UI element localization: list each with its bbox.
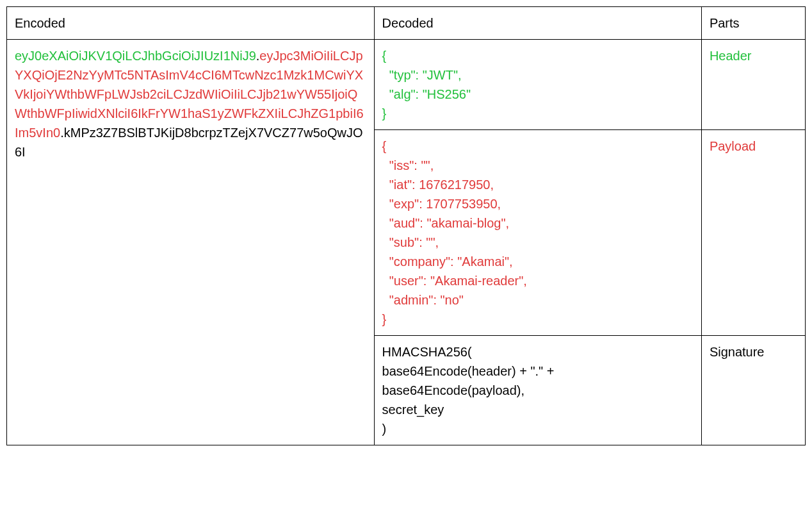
cell-encoded: eyJ0eXAiOiJKV1QiLCJhbGciOiJIUzI1NiJ9.eyJ… xyxy=(7,40,375,445)
encoded-signature: kMPz3Z7BSlBTJKijD8bcrpzTZejX7VCZ77w5oQwJ… xyxy=(15,126,363,159)
cell-part-header: Header xyxy=(701,40,805,130)
cell-decoded-payload: { "iss": "", "iat": 1676217950, "exp": 1… xyxy=(374,130,701,336)
cell-part-payload: Payload xyxy=(701,130,805,336)
cell-part-signature: Signature xyxy=(701,336,805,445)
decoded-payload: { "iss": "", "iat": 1676217950, "exp": 1… xyxy=(382,139,527,326)
col-header-encoded: Encoded xyxy=(7,7,375,40)
cell-decoded-header: { "typ": "JWT", "alg": "HS256" } xyxy=(374,40,701,130)
col-header-decoded: Decoded xyxy=(374,7,701,40)
decoded-header: { "typ": "JWT", "alg": "HS256" } xyxy=(382,49,471,120)
cell-decoded-signature: HMACSHA256( base64Encode(header) + "." +… xyxy=(374,336,701,445)
encoded-header: eyJ0eXAiOiJKV1QiLCJhbGciOiJIUzI1NiJ9 xyxy=(15,49,256,63)
col-header-parts: Parts xyxy=(701,7,805,40)
jwt-table: Encoded Decoded Parts eyJ0eXAiOiJKV1QiLC… xyxy=(6,6,806,445)
decoded-signature: HMACSHA256( base64Encode(header) + "." +… xyxy=(382,345,555,436)
